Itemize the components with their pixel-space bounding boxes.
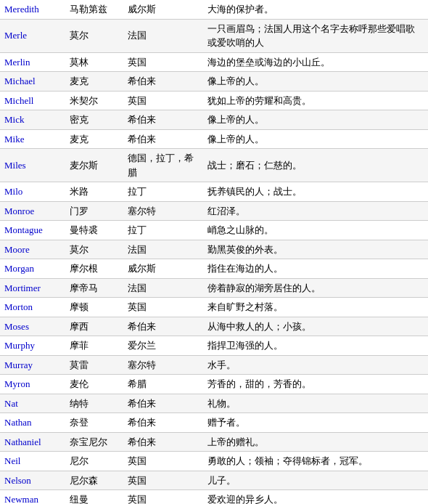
table-row: Morton 摩顿 英国 来自旷野之村落。 (0, 298, 428, 317)
name-cell[interactable]: Nat (0, 394, 65, 413)
table-row: Myron 麦伦 希腊 芳香的，甜的，芳香的。 (0, 375, 428, 394)
origin-cell: 法国 (123, 278, 203, 298)
chinese-cell: 莫雷 (65, 355, 123, 375)
name-cell[interactable]: Merlin (0, 52, 65, 72)
meaning-cell: 战士；磨石；仁慈的。 (203, 149, 428, 182)
origin-cell: 希伯来 (123, 413, 203, 433)
name-cell[interactable]: Morton (0, 298, 65, 317)
name-cell[interactable]: Newman (0, 490, 65, 505)
origin-cell: 英国 (123, 452, 203, 471)
table-row: Neil 尼尔 英国 勇敢的人；领袖；夺得锦标者，冠军。 (0, 452, 428, 471)
meaning-cell: 芳香的，甜的，芳香的。 (203, 375, 428, 394)
origin-cell: 希伯来 (123, 317, 203, 336)
name-cell[interactable]: Mike (0, 129, 65, 149)
origin-cell: 法国 (123, 19, 203, 52)
meaning-cell: 指捍卫海强的人。 (203, 336, 428, 356)
name-cell[interactable]: Neil (0, 452, 65, 471)
chinese-cell: 门罗 (65, 201, 123, 221)
meaning-cell: 犹如上帝的劳耀和高贵。 (203, 91, 428, 110)
name-cell[interactable]: Michael (0, 72, 65, 92)
table-row: Michell 米契尔 英国 犹如上帝的劳耀和高贵。 (0, 91, 428, 110)
origin-cell: 威尔斯 (123, 259, 203, 279)
chinese-cell: 米路 (65, 182, 123, 202)
name-cell[interactable]: Michell (0, 91, 65, 110)
table-row: Murphy 摩菲 爱尔兰 指捍卫海强的人。 (0, 336, 428, 356)
meaning-cell: 像上帝的人。 (203, 110, 428, 130)
name-cell[interactable]: Monroe (0, 201, 65, 221)
meaning-cell: 像上帝的人。 (203, 72, 428, 92)
chinese-cell: 尼尔森 (65, 471, 123, 490)
name-cell[interactable]: Meredith (0, 0, 65, 19)
name-cell[interactable]: Miles (0, 149, 65, 182)
table-row: Merlin 莫林 英国 海边的堡垒或海边的小山丘。 (0, 52, 428, 72)
origin-cell: 英国 (123, 91, 203, 110)
name-cell[interactable]: Morgan (0, 259, 65, 279)
origin-cell: 希伯来 (123, 432, 203, 452)
meaning-cell: 勤黑英俊的外表。 (203, 240, 428, 259)
chinese-cell: 麦克 (65, 129, 123, 149)
chinese-cell: 莫尔 (65, 240, 123, 259)
chinese-cell: 摩帝马 (65, 278, 123, 298)
name-cell[interactable]: Nathaniel (0, 432, 65, 452)
meaning-cell: 赠予者。 (203, 413, 428, 433)
origin-cell: 塞尔特 (123, 355, 203, 375)
name-cell[interactable]: Mick (0, 110, 65, 130)
table-row: Montague 曼特裘 拉丁 峭急之山脉的。 (0, 221, 428, 240)
chinese-cell: 纽曼 (65, 490, 123, 505)
name-cell[interactable]: Myron (0, 375, 65, 394)
meaning-cell: 水手。 (203, 355, 428, 375)
table-row: Mike 麦克 希伯来 像上帝的人。 (0, 129, 428, 149)
origin-cell: 英国 (123, 52, 203, 72)
chinese-cell: 纳特 (65, 394, 123, 413)
name-cell[interactable]: Moses (0, 317, 65, 336)
origin-cell: 希伯来 (123, 394, 203, 413)
chinese-cell: 莫林 (65, 52, 123, 72)
meaning-cell: 指住在海边的人。 (203, 259, 428, 279)
table-row: Merle 莫尔 法国 一只画眉鸟；法国人用这个名字去称呼那些爱唱歌或爱吹哨的人 (0, 19, 428, 52)
table-row: Nat 纳特 希伯来 礼物。 (0, 394, 428, 413)
table-row: Mick 密克 希伯来 像上帝的人。 (0, 110, 428, 130)
meaning-cell: 红沼泽。 (203, 201, 428, 221)
table-row: Miles 麦尔斯 德国，拉丁，希腊 战士；磨石；仁慈的。 (0, 149, 428, 182)
table-row: Murray 莫雷 塞尔特 水手。 (0, 355, 428, 375)
table-row: Newman 纽曼 英国 爱欢迎的异乡人。 (0, 490, 428, 505)
meaning-cell: 儿子。 (203, 471, 428, 490)
meaning-cell: 抚养镇民的人；战士。 (203, 182, 428, 202)
name-cell[interactable]: Nelson (0, 471, 65, 490)
table-row: Nathaniel 奈宝尼尔 希伯来 上帝的赠礼。 (0, 432, 428, 452)
origin-cell: 希伯来 (123, 110, 203, 130)
origin-cell: 希腊 (123, 375, 203, 394)
name-cell[interactable]: Murphy (0, 336, 65, 356)
origin-cell: 法国 (123, 240, 203, 259)
name-cell[interactable]: Moore (0, 240, 65, 259)
chinese-cell: 摩菲 (65, 336, 123, 356)
chinese-cell: 奈宝尼尔 (65, 432, 123, 452)
origin-cell: 德国，拉丁，希腊 (123, 149, 203, 182)
chinese-cell: 摩西 (65, 317, 123, 336)
meaning-cell: 像上帝的人。 (203, 129, 428, 149)
origin-cell: 英国 (123, 471, 203, 490)
names-table: Meredith 马勒第兹 威尔斯 大海的保护者。 Merle 莫尔 法国 一只… (0, 0, 428, 504)
chinese-cell: 麦克 (65, 72, 123, 92)
name-cell[interactable]: Montague (0, 221, 65, 240)
table-row: Meredith 马勒第兹 威尔斯 大海的保护者。 (0, 0, 428, 19)
chinese-cell: 摩尔根 (65, 259, 123, 279)
name-cell[interactable]: Mortimer (0, 278, 65, 298)
origin-cell: 爱尔兰 (123, 336, 203, 356)
name-cell[interactable]: Nathan (0, 413, 65, 433)
meaning-cell: 勇敢的人；领袖；夺得锦标者，冠军。 (203, 452, 428, 471)
origin-cell: 塞尔特 (123, 201, 203, 221)
name-cell[interactable]: Merle (0, 19, 65, 52)
meaning-cell: 礼物。 (203, 394, 428, 413)
origin-cell: 威尔斯 (123, 0, 203, 19)
table-row: Moses 摩西 希伯来 从海中救人的人；小孩。 (0, 317, 428, 336)
table-row: Nelson 尼尔森 英国 儿子。 (0, 471, 428, 490)
origin-cell: 拉丁 (123, 182, 203, 202)
name-cell[interactable]: Milo (0, 182, 65, 202)
meaning-cell: 傍着静寂的湖旁居住的人。 (203, 278, 428, 298)
table-row: Monroe 门罗 塞尔特 红沼泽。 (0, 201, 428, 221)
chinese-cell: 米契尔 (65, 91, 123, 110)
chinese-cell: 马勒第兹 (65, 0, 123, 19)
chinese-cell: 奈登 (65, 413, 123, 433)
name-cell[interactable]: Murray (0, 355, 65, 375)
